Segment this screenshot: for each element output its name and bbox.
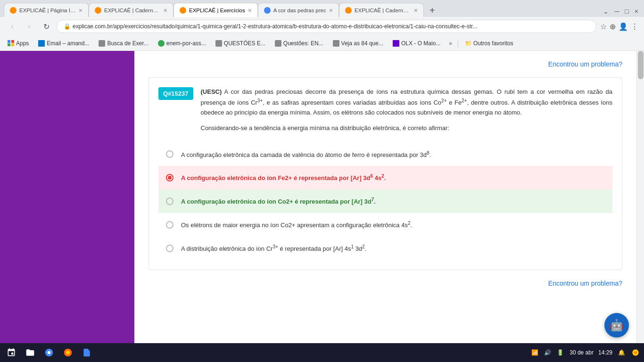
option-b[interactable]: A configuração eletrônica do íon Fe2+ é … [158, 166, 612, 189]
bookmark-email[interactable]: Email – amand... [34, 39, 93, 48]
options-list: A configuração eletrônica da camada de v… [158, 143, 612, 260]
radio-e[interactable] [166, 245, 173, 252]
profile-icon[interactable]: 👤 [619, 22, 628, 31]
tab-3-label: EXPLICAÊ | Exercícios [189, 8, 245, 13]
option-d[interactable]: Os elétrons de maior energia no íon Co2+… [158, 213, 612, 237]
tab-5-close[interactable]: × [414, 7, 418, 14]
bookmark-questoes-en-label: Questões: EN... [283, 40, 323, 47]
radio-d[interactable] [166, 221, 173, 229]
tab-4-close[interactable]: × [329, 7, 333, 14]
svg-point-5 [634, 351, 637, 354]
option-c-text: A configuração eletrônica do íon Co2+ é … [181, 196, 376, 206]
question-body: (UESC) A cor das pedras preciosas decorr… [201, 87, 613, 133]
taskbar-firefox[interactable] [60, 345, 75, 360]
chat-widget-button[interactable]: 🤖 [604, 313, 629, 337]
problem-link-top[interactable]: Encontrou um problema? [149, 60, 622, 68]
bookmarks-folder[interactable]: 📁 Outros favoritos [461, 39, 517, 48]
tab-1[interactable]: EXPLICAÊ | Página Inic × [4, 3, 89, 17]
bookmarks-folder-label: Outros favoritos [473, 40, 513, 47]
extension-icon[interactable]: ⊕ [610, 22, 616, 31]
tab-5[interactable]: EXPLICAÊ | Caderno de × [339, 3, 424, 17]
taskbar-docs[interactable] [79, 345, 94, 360]
bookmarks-bar: Apps Email – amand... Busca de Exer... e… [0, 36, 644, 51]
tab-4[interactable]: A cor das pedras prec × [258, 3, 339, 17]
taskbar-chrome[interactable] [41, 345, 57, 360]
bookmarks-more-button[interactable]: » [446, 39, 455, 48]
bookmark-olx[interactable]: OLX - O Maio... [389, 39, 444, 48]
taskbar-date: 30 de abr [570, 349, 594, 356]
minimize-button[interactable]: ─ [612, 6, 621, 17]
tab-4-favicon [264, 7, 271, 14]
reload-button[interactable]: ↻ [40, 20, 53, 33]
left-sidebar [0, 51, 134, 362]
page-scrollbar[interactable] [636, 51, 644, 362]
option-c[interactable]: A configuração eletrônica do íon Co2+ é … [158, 189, 612, 213]
lock-icon: 🔒 [64, 23, 71, 30]
firefox-icon [63, 348, 73, 357]
bookmark-apps[interactable]: Apps [4, 39, 33, 48]
bookmark-star-icon[interactable]: ☆ [600, 22, 607, 31]
problem-link-bottom[interactable]: Encontrou um problema? [149, 280, 622, 287]
bookmark-veja-label: Veja as 84 que... [341, 40, 383, 47]
tab-2-label: EXPLICAÊ | Caderno de [104, 8, 161, 13]
question-text: (UESC) A cor das pedras preciosas decorr… [201, 87, 613, 118]
bookmark-questoes[interactable]: QUESTÕES E... [212, 39, 269, 48]
chrome-icon [44, 348, 54, 357]
tab-1-label: EXPLICAÊ | Página Inic [19, 8, 76, 13]
bookmark-olx-label: OLX - O Maio... [401, 40, 440, 47]
bookmark-enem-label: enem-por-ass... [166, 40, 206, 47]
question-source: (UESC) [201, 88, 222, 95]
bookmarks-separator [458, 40, 458, 47]
forward-button[interactable]: › [23, 20, 36, 33]
tab-2[interactable]: EXPLICAÊ | Caderno de × [89, 3, 173, 17]
bookmark-questoes-en[interactable]: Questões: EN... [271, 39, 327, 48]
bookmark-busca[interactable]: Busca de Exer... [95, 39, 152, 48]
folder-icon: 📁 [465, 40, 472, 47]
tab-5-favicon [345, 7, 352, 14]
maximize-button[interactable]: □ [623, 6, 630, 17]
option-e[interactable]: A distribuição eletrônica do íon Cr3+ é … [158, 237, 612, 260]
taskbar: 📶 🔊 🔋 30 de abr 14:29 🔔 [0, 343, 644, 362]
taskbar-files[interactable] [23, 345, 38, 360]
taskbar-start[interactable] [4, 345, 19, 360]
busca-favicon [99, 40, 105, 47]
tab-5-label: EXPLICAÊ | Caderno de [355, 8, 411, 13]
new-tab-button[interactable]: + [426, 4, 439, 17]
back-button[interactable]: ‹ [6, 20, 19, 33]
tab-1-close[interactable]: × [79, 7, 83, 14]
radio-a[interactable] [166, 150, 173, 158]
radio-c[interactable] [166, 197, 173, 205]
option-a[interactable]: A configuração eletrônica da camada de v… [158, 143, 612, 166]
scrollbar-thumb[interactable] [638, 51, 644, 79]
outlook-icon [38, 40, 45, 47]
tab-2-close[interactable]: × [164, 7, 167, 14]
start-icon [7, 348, 16, 357]
tab-bar: EXPLICAÊ | Página Inic × EXPLICAÊ | Cade… [0, 0, 644, 17]
address-input[interactable]: 🔒 explicae.com.br/app/exercicios/resulta… [57, 20, 596, 33]
question-badge: Q#15237 [158, 87, 193, 100]
tab-list-button[interactable]: ⌄ [601, 6, 611, 17]
apps-icon [8, 40, 14, 47]
tab-4-label: A cor das pedras prec [273, 8, 326, 13]
bookmark-enem[interactable]: enem-por-ass... [154, 39, 210, 48]
olx-icon [393, 40, 399, 47]
option-b-text: A configuração eletrônica do íon Fe2+ é … [181, 173, 386, 183]
tab-3[interactable]: EXPLICAÊ | Exercícios × [173, 3, 258, 17]
close-window-button[interactable]: × [633, 6, 640, 17]
files-icon [25, 348, 35, 357]
notification-icon[interactable]: 🔔 [618, 349, 625, 356]
option-e-text: A distribuição eletrônica do íon Cr3+ é … [181, 243, 366, 254]
tab-3-close[interactable]: × [248, 7, 252, 14]
question-card: Q#15237 (UESC) A cor das pedras preciosa… [149, 77, 622, 270]
option-d-text: Os elétrons de maior energia no íon Co2+… [181, 220, 412, 230]
menu-button[interactable]: ⋮ [631, 22, 638, 31]
taskbar-time: 14:29 [598, 349, 612, 356]
veja-favicon [333, 40, 339, 47]
option-a-text: A configuração eletrônica da camada de v… [181, 149, 431, 160]
docs-icon [82, 348, 91, 357]
svg-point-1 [48, 351, 51, 354]
chat-icon: 🤖 [610, 319, 624, 332]
bookmark-veja[interactable]: Veja as 84 que... [329, 39, 387, 48]
radio-b[interactable] [166, 174, 173, 181]
questoes-en-favicon [275, 40, 281, 47]
